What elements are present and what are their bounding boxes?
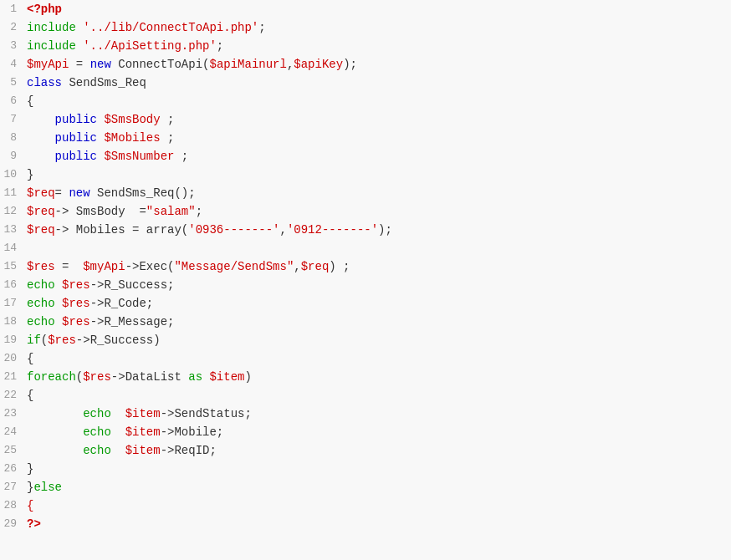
code-line: 12$req-> SmsBody ="salam"; — [0, 202, 731, 221]
token-kw-string: "Message/SendSms" — [174, 260, 294, 273]
token-kw-echo: echo — [27, 297, 55, 310]
token-kw-plain: ); — [378, 223, 392, 237]
line-number: 22 — [0, 386, 23, 405]
token-kw-plain: } — [27, 462, 33, 476]
code-line: 26} — [0, 460, 731, 478]
line-content: $req-> Mobiles = array('0936-------','09… — [23, 221, 731, 239]
code-line: 9 public $SmsNumber ; — [0, 147, 731, 165]
token-kw-else: else — [33, 481, 62, 494]
token-kw-echo: echo — [27, 315, 55, 328]
line-number: 2 — [0, 18, 23, 37]
token-kw-plain: ->R_Code; — [90, 297, 154, 310]
line-number: 18 — [0, 313, 23, 331]
line-number: 5 — [0, 74, 23, 92]
line-number: 10 — [0, 165, 23, 184]
token-kw-var: $req — [27, 223, 55, 237]
token-kw-plain: = — [55, 186, 69, 200]
code-line: 16echo $res->R_Success; — [0, 276, 731, 294]
token-kw-php: <?php — [27, 3, 62, 16]
line-content: echo $res->R_Code; — [23, 294, 731, 313]
line-number: 4 — [0, 55, 23, 74]
line-content: } — [23, 165, 731, 184]
token-kw-plain: ; — [196, 205, 202, 218]
token-kw-plain: ( — [76, 370, 83, 384]
token-kw-class: class — [27, 76, 62, 89]
token-kw-plain: ; — [217, 39, 223, 53]
line-content: $myApi = new ConnectToApi($apiMainurl,$a… — [23, 55, 731, 74]
code-line: 20{ — [0, 349, 731, 368]
line-number: 8 — [0, 129, 23, 147]
line-number: 26 — [0, 460, 23, 478]
code-line: 8 public $Mobiles ; — [0, 129, 731, 147]
token-kw-string: '0936-------' — [188, 223, 279, 237]
token-kw-plain: = — [69, 58, 89, 71]
token-kw-var: $res — [62, 315, 90, 328]
line-number: 25 — [0, 441, 23, 460]
token-kw-public: public — [55, 131, 97, 145]
code-line: 14 — [0, 239, 731, 257]
token-kw-plain: ; — [174, 150, 188, 163]
token-kw-echo: echo — [27, 278, 55, 292]
token-kw-plain — [76, 39, 83, 53]
line-number: 27 — [0, 478, 23, 496]
token-kw-plain: ) ; — [329, 260, 350, 273]
token-kw-plain: ) — [244, 370, 251, 384]
code-line: 7 public $SmsBody ; — [0, 110, 731, 129]
line-number: 16 — [0, 276, 23, 294]
token-kw-plain: } — [27, 168, 33, 181]
line-content: echo $item->ReqID; — [23, 441, 731, 460]
token-kw-var: $SmsNumber — [104, 150, 174, 163]
line-number: 13 — [0, 221, 23, 239]
line-content: <?php — [23, 0, 731, 18]
token-kw-plain: -> SmsBody = — [55, 205, 146, 218]
token-kw-plain — [55, 315, 62, 328]
code-line: 23 echo $item->SendStatus; — [0, 405, 731, 423]
line-content: public $Mobiles ; — [23, 129, 731, 147]
token-kw-plain: = — [55, 260, 84, 273]
line-content: { — [23, 349, 731, 368]
line-content: class SendSms_Req — [23, 74, 731, 92]
token-kw-var: $item — [125, 425, 161, 439]
token-kw-var: $myApi — [27, 58, 69, 71]
token-kw-var: $req — [301, 260, 330, 273]
token-kw-plain — [111, 444, 125, 457]
code-line: 11$req= new SendSms_Req(); — [0, 184, 731, 202]
token-kw-include: include — [27, 21, 76, 34]
token-kw-plain — [55, 278, 62, 292]
line-content: public $SmsBody ; — [23, 110, 731, 129]
token-kw-plain — [111, 407, 125, 420]
code-line: 13$req-> Mobiles = array('0936-------','… — [0, 221, 731, 239]
token-kw-foreach: as — [188, 370, 202, 384]
code-line: 19if($res->R_Success) — [0, 331, 731, 349]
line-number: 24 — [0, 423, 23, 441]
token-kw-plain: ; — [161, 131, 175, 145]
token-kw-public: public — [55, 113, 97, 126]
code-line: 5class SendSms_Req — [0, 74, 731, 92]
token-kw-plain: ->SendStatus; — [161, 407, 252, 420]
line-content: $req-> SmsBody ="salam"; — [23, 202, 731, 221]
token-kw-plain: ->Exec( — [125, 260, 175, 273]
token-kw-string: "salam" — [146, 205, 196, 218]
token-kw-var: $res — [62, 297, 90, 310]
line-number: 6 — [0, 92, 23, 110]
token-kw-plain — [55, 297, 62, 310]
line-content: $res = $myApi->Exec("Message/SendSms",$r… — [23, 257, 731, 276]
token-kw-var: $req — [27, 205, 55, 218]
token-kw-new: new — [69, 186, 89, 200]
token-kw-plain: ->Mobile; — [161, 425, 224, 439]
line-content: include '../ApiSetting.php'; — [23, 37, 731, 55]
token-kw-plain — [27, 150, 55, 163]
token-kw-var: $item — [125, 407, 161, 420]
token-kw-var: $res — [62, 278, 90, 292]
token-kw-var: $myApi — [83, 260, 125, 273]
line-number: 17 — [0, 294, 23, 313]
line-number: 20 — [0, 349, 23, 368]
token-kw-php: ?> — [27, 517, 41, 531]
line-number: 15 — [0, 257, 23, 276]
token-kw-plain: { — [27, 94, 33, 108]
line-number: 21 — [0, 368, 23, 386]
token-kw-plain: ; — [258, 21, 265, 34]
token-kw-plain — [27, 113, 55, 126]
token-kw-plain — [27, 131, 55, 145]
token-kw-plain: ->R_Message; — [90, 315, 175, 328]
